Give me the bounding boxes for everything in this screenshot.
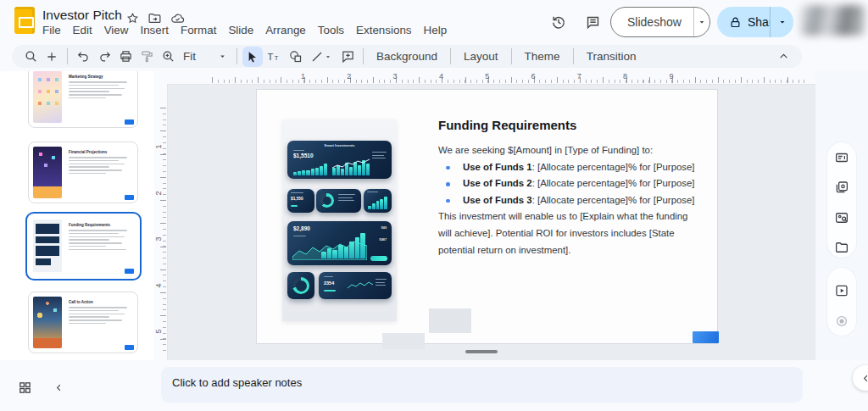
thumbnail-text: Funding Requirements [69,223,132,253]
text-line-placeholder [69,81,127,83]
select-tool-icon[interactable] [242,47,263,67]
collapse-side-panel-button[interactable] [853,365,868,391]
redo-icon[interactable] [94,47,114,67]
document-title[interactable]: Investor Pitch [42,8,122,23]
folder-icon[interactable] [834,240,849,255]
horizontal-ruler: 123456789 [154,71,815,85]
dashboard-image[interactable]: Smart Investments $1,5510 $1,550 [282,119,397,321]
slide-thumbnail-20[interactable]: Call to Action [28,292,138,353]
line-tool-icon[interactable] [306,47,337,67]
record-icon[interactable] [834,314,849,329]
menu-edit[interactable]: Edit [73,24,92,36]
collapse-toolbar-icon[interactable] [773,47,793,67]
toolbar-divider [450,48,451,64]
collapse-filmstrip-icon[interactable] [49,378,68,397]
image-search-icon[interactable] [834,210,849,225]
h-ruler-number: 1 [301,72,305,81]
thumbnail-text: Financial Projections [69,150,132,176]
new-slide-icon[interactable] [42,47,62,67]
slideshow-label: Slideshow [611,15,693,29]
menu-arrange[interactable]: Arrange [265,24,306,36]
bar [320,166,323,175]
menu-tools[interactable]: Tools [318,24,344,36]
zoom-icon[interactable] [158,47,178,67]
text-box-icon[interactable]: TT [264,47,284,67]
svg-text:T: T [268,51,274,61]
h-ruler-number: 2 [347,72,351,81]
search-menus-icon[interactable] [20,47,41,67]
filmstrip: Marketing Strategy 18 Financial Projecti… [0,71,154,360]
menu-format[interactable]: Format [181,24,216,36]
text-line-placeholder [69,242,122,244]
slide-thumbnail-17[interactable]: Marketing Strategy [28,71,138,128]
slide-body-text[interactable]: We are seeking $[Amount] in [Type of Fun… [438,142,695,258]
video-play-icon[interactable] [834,283,849,298]
print-icon[interactable] [115,47,136,67]
text-line-placeholder [69,91,109,92]
text-line-placeholder [69,164,125,165]
version-history-icon[interactable] [548,11,570,33]
text-line-placeholder [69,157,127,158]
comment-history-icon[interactable] [581,11,604,33]
grid-view-icon[interactable] [14,376,36,398]
mini-line-chart [348,280,373,291]
bar-chart-a [293,164,327,175]
toolbar-divider [573,48,574,64]
card4-value: 2354 [324,280,334,286]
text-line-placeholder [376,279,387,280]
undo-icon[interactable] [73,47,93,67]
layout-button[interactable]: Layout [456,47,506,67]
slide-title[interactable]: Funding Requirements [438,118,576,132]
menubar: File Edit View Insert Format Slide Arran… [42,24,447,36]
menu-file[interactable]: File [42,24,61,36]
body-outro-3: potential return on investment]. [438,242,695,259]
area-chart [292,238,367,260]
bullet-icon [446,166,450,170]
speaker-notes-input[interactable]: Click to add speaker notes [161,367,803,403]
deco-grey-block [429,308,471,333]
slide-accent-rectangle[interactable] [693,331,719,343]
dashboard-title: Smart Investments [287,143,392,147]
shape-tool-icon[interactable] [285,47,305,67]
menu-insert[interactable]: Insert [140,24,169,36]
bar [368,206,371,210]
bullet-line-3: Use of Funds 3: [Allocate percentage]% f… [438,192,695,209]
transition-button[interactable]: Transition [579,47,644,67]
slides-logo-icon[interactable] [14,7,35,34]
summary-card-icon[interactable] [834,150,849,165]
dashboard-card-revenue: $2,890 $49 $487 [287,221,392,265]
menu-help[interactable]: Help [424,24,448,36]
text-line-placeholder [376,285,386,286]
account-avatar[interactable] [800,5,865,36]
zoom-select[interactable]: Fit [179,47,231,67]
editing-canvas: 123456789 12345 Smart Investments $1,551… [154,71,815,360]
share-dropdown[interactable] [770,7,793,37]
background-button[interactable]: Background [369,47,445,67]
menu-view[interactable]: View [104,24,129,36]
slide-thumbnail-18[interactable]: Financial Projections [28,142,138,203]
svg-text:T: T [275,53,279,61]
slide-thumbnail-19[interactable]: Funding Requirements [29,215,137,276]
bar [380,199,383,209]
slide-page[interactable]: Smart Investments $1,5510 $1,550 [256,89,718,344]
paint-format-icon[interactable] [136,47,157,67]
theme-button[interactable]: Theme [517,47,568,67]
toolbar-divider [511,48,512,64]
slideshow-button[interactable]: Slideshow [610,7,710,37]
body-outro-1: This investment will enable us to [Expla… [438,208,695,225]
h-ruler-number: 4 [439,72,443,81]
notes-resize-handle[interactable] [465,350,498,353]
dashboard-card-balance: $1,550 [287,189,314,213]
menu-extensions[interactable]: Extensions [356,24,412,36]
text-line-placeholder [291,192,303,193]
slideshow-dropdown[interactable] [693,17,709,27]
thumbnail-body-lines [69,81,132,98]
side-panel [815,71,868,360]
v-ruler-number: 5 [154,330,163,334]
photo-library-icon[interactable] [834,180,849,195]
h-ruler-number: 3 [393,72,398,81]
insert-comment-icon[interactable] [337,47,358,67]
menu-slide[interactable]: Slide [228,24,253,36]
bar [298,171,301,175]
bullet-icon [446,199,450,203]
